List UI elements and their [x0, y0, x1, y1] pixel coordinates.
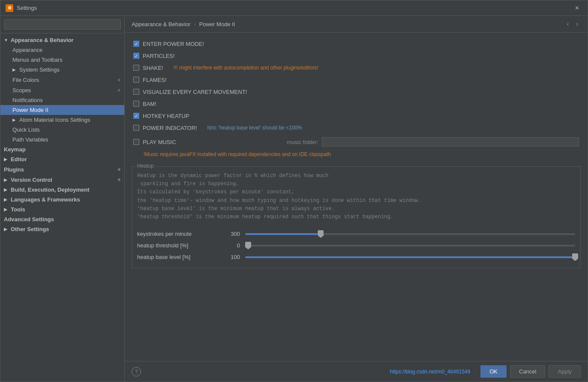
sidebar-item-file-colors[interactable]: File Colors +	[0, 75, 124, 85]
chevron-right-icon: ▶	[4, 227, 9, 232]
sidebar-item-keymap[interactable]: Keymap	[0, 144, 124, 154]
sidebar-item-plugins[interactable]: Plugins +	[0, 164, 124, 174]
particles-checkbox[interactable]: PARTICLES!	[133, 53, 175, 59]
slider-thumb-heatup-threshold[interactable]	[245, 242, 251, 250]
checkbox-flames[interactable]	[133, 77, 139, 83]
plus-icon: +	[117, 87, 121, 93]
checkbox-play-music[interactable]	[133, 139, 139, 145]
sidebar-item-appearance[interactable]: Appearance	[0, 45, 124, 55]
search-input[interactable]	[4, 19, 121, 30]
slider-fill-heatup-base	[245, 256, 575, 258]
sidebar-item-other-settings[interactable]: ▶ Other Settings	[0, 224, 124, 234]
sidebar-item-label: Languages & Frameworks	[11, 196, 80, 203]
sidebar-item-version-control[interactable]: ▶ Version Control +	[0, 174, 124, 185]
slider-label-heatup-threshold: heatup threshold [%]	[137, 242, 223, 249]
slider-track-heatup-threshold[interactable]	[245, 245, 575, 247]
slider-value-heatup-threshold: 0	[223, 242, 240, 249]
help-button[interactable]: ?	[132, 367, 141, 376]
plus-icon: +	[117, 76, 121, 83]
checkbox-shake[interactable]	[133, 65, 139, 71]
option-shake: SHAKE! !!! might interfere with autocomp…	[132, 62, 581, 74]
breadcrumb-separator: ›	[194, 21, 195, 27]
option-label: ENTER POWER MODE!	[143, 41, 204, 47]
option-label: BAM!	[143, 101, 156, 107]
play-music-checkbox[interactable]: PLAY MUSIC	[133, 139, 176, 145]
content-area: ENTER POWER MODE! PARTICLES! SHAKE! !!! …	[125, 33, 588, 361]
flames-checkbox[interactable]: FLAMES!	[133, 77, 167, 83]
slider-track-keystrokes[interactable]	[245, 233, 575, 235]
music-folder-label: music folder:	[287, 139, 318, 145]
option-visualize-caret: VISUALIZE EVERY CARET MOVEMENT!	[132, 86, 581, 98]
music-folder-input[interactable]	[322, 137, 579, 147]
slider-thumb-keystrokes[interactable]	[318, 230, 324, 238]
settings-window: ⚙ Settings × ▼ Appearance & Behavior App…	[0, 0, 588, 382]
checkbox-enter-power-mode[interactable]	[133, 41, 139, 47]
slider-thumb-heatup-base[interactable]	[572, 253, 578, 261]
breadcrumb-current: Power Mode II	[199, 21, 235, 27]
sidebar-item-menus-toolbars[interactable]: Menus and Toolbars	[0, 55, 124, 65]
option-label: PLAY MUSIC	[143, 139, 176, 145]
checkbox-particles[interactable]	[133, 53, 139, 59]
sidebar-item-atom-material[interactable]: ▶ Atom Material Icons Settings	[0, 115, 124, 125]
slider-track-heatup-base[interactable]	[245, 256, 575, 258]
sidebar-item-build-exec[interactable]: ▶ Build, Execution, Deployment	[0, 185, 124, 195]
breadcrumb-nav: ‹ ›	[564, 19, 581, 29]
cancel-button[interactable]: Cancel	[510, 365, 545, 378]
chevron-right-icon: ▶	[12, 117, 18, 122]
checkbox-power-indicator[interactable]	[133, 125, 139, 131]
option-label: POWER INDICATOR!	[143, 125, 197, 131]
apply-button[interactable]: Apply	[549, 365, 581, 378]
nav-back-button[interactable]: ‹	[564, 19, 571, 29]
ok-button[interactable]: OK	[480, 365, 507, 378]
power-indicator-hint: hint: 'heatup base level' should be <100…	[207, 125, 302, 131]
hotkey-heatup-checkbox[interactable]: HOTKEY HEATUP	[133, 113, 189, 119]
checkbox-visualize-caret[interactable]	[133, 89, 139, 95]
titlebar: ⚙ Settings ×	[0, 0, 588, 16]
enter-power-mode-checkbox[interactable]: ENTER POWER MODE!	[133, 41, 204, 47]
chevron-right-icon: ▶	[4, 207, 9, 212]
bam-checkbox[interactable]: BAM!	[133, 101, 156, 107]
option-hotkey-heatup: HOTKEY HEATUP	[132, 110, 581, 122]
sidebar-item-scopes[interactable]: Scopes +	[0, 85, 124, 95]
shake-hint: !!! might interfere with autocompletion …	[174, 65, 318, 71]
sidebar-item-advanced-settings[interactable]: Advanced Settings	[0, 214, 124, 224]
heatup-section: Heatup Heatup is the dynamic power facto…	[132, 166, 581, 268]
sidebar-item-label: Quick Lists	[12, 126, 40, 133]
option-label: VISUALIZE EVERY CARET MOVEMENT!	[143, 89, 247, 95]
checkbox-bam[interactable]	[133, 101, 139, 107]
sidebar-item-notifications[interactable]: Notifications	[0, 95, 124, 105]
sidebar-tree: ▼ Appearance & Behavior Appearance Menus…	[0, 33, 124, 382]
sidebar-item-path-variables[interactable]: Path Variables	[0, 135, 124, 144]
chevron-right-icon: ▶	[4, 187, 9, 192]
sidebar-item-label: Plugins	[4, 166, 24, 173]
plus-icon: +	[117, 166, 121, 173]
visualize-caret-checkbox[interactable]: VISUALIZE EVERY CARET MOVEMENT!	[133, 89, 247, 95]
sidebar-item-label: Path Variables	[12, 136, 48, 143]
sidebar-item-label: Appearance	[12, 47, 42, 53]
option-label: FLAMES!	[143, 77, 167, 83]
option-power-indicator: POWER INDICATOR! hint: 'heatup base leve…	[132, 122, 581, 134]
nav-forward-button[interactable]: ›	[573, 19, 581, 29]
main-content: ▼ Appearance & Behavior Appearance Menus…	[0, 16, 588, 382]
plus-icon: +	[117, 176, 121, 183]
chevron-down-icon: ▼	[4, 38, 9, 42]
sidebar-item-label: File Colors	[12, 77, 39, 83]
sidebar-item-system-settings[interactable]: ▶ System Settings	[0, 65, 124, 75]
power-indicator-checkbox[interactable]: POWER INDICATOR!	[133, 125, 197, 131]
sidebar-item-label: Atom Material Icons Settings	[19, 117, 90, 123]
shake-checkbox[interactable]: SHAKE!	[133, 65, 163, 71]
close-button[interactable]: ×	[572, 3, 582, 14]
slider-label-keystrokes: keystrokes per minute	[137, 231, 223, 237]
sidebar-item-tools[interactable]: ▶ Tools	[0, 205, 124, 214]
sidebar-item-quick-lists[interactable]: Quick Lists	[0, 125, 124, 135]
heatup-title: Heatup	[135, 163, 156, 169]
sidebar-item-power-mode-ii[interactable]: Power Mode II	[0, 105, 124, 115]
option-bam: BAM!	[132, 98, 581, 110]
option-flames: FLAMES!	[132, 74, 581, 86]
sidebar-item-languages[interactable]: ▶ Languages & Frameworks	[0, 195, 124, 205]
main-panel: Appearance & Behavior › Power Mode II ‹ …	[125, 16, 588, 382]
sidebar-item-appearance-behavior[interactable]: ▼ Appearance & Behavior	[0, 35, 124, 45]
sidebar-item-editor[interactable]: ▶ Editor	[0, 154, 124, 164]
checkbox-hotkey-heatup[interactable]	[133, 113, 139, 119]
chevron-right-icon: ▶	[4, 177, 9, 182]
